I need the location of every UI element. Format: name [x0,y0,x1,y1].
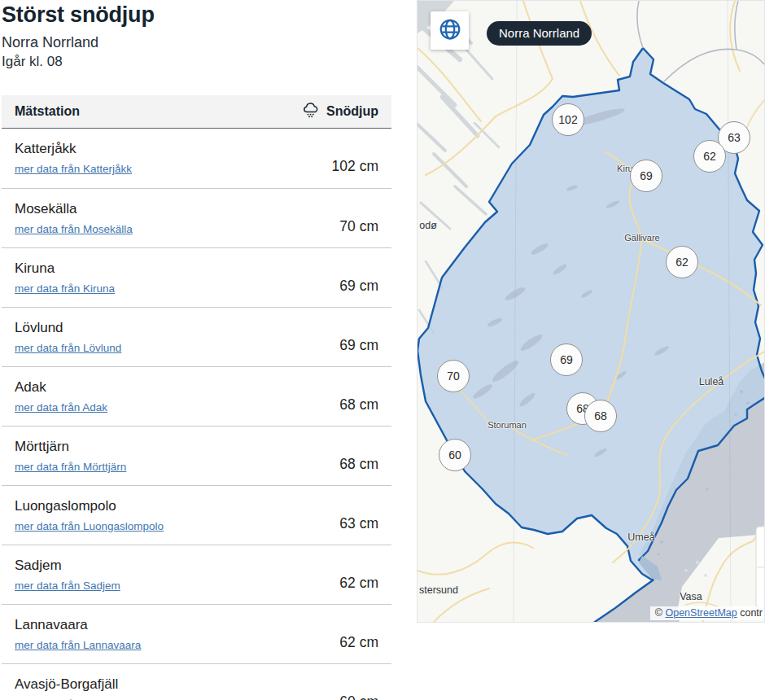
station-more-data-link[interactable]: mer data från Mosekälla [15,222,133,237]
value-column-header: Snödjup [302,101,378,122]
snow-depth-value: 68 cm [339,396,378,413]
snow-depth-value: 70 cm [339,218,378,235]
snow-depth-value: 68 cm [339,456,378,473]
table-row: Lannavaara mer data från Lannavaara 62 c… [2,604,391,663]
station-column-header: Mätstation [15,104,80,119]
region-name-pill: Norra Norrland [487,21,592,46]
station-name: Adak [15,378,107,396]
table-row: Avasjö-Borgafjäll mer data från Avasjö-B… [2,663,391,700]
table-header: Mätstation Snödjup [2,95,391,129]
snow-depth-value: 102 cm [332,158,378,175]
zoom-control[interactable] [756,527,765,608]
station-more-data-link[interactable]: mer data från Katterjåkk [15,162,132,177]
snow-depth-panel: Störst snödjup Norra Norrland Igår kl. 0… [2,0,391,700]
snow-depth-value: 69 cm [339,278,378,295]
station-more-data-link[interactable]: mer data från Lannavaara [15,638,141,653]
snow-cloud-icon [302,101,320,122]
attribution-copyright: © [655,607,666,619]
snow-depth-value: 62 cm [339,634,378,651]
snow-depth-marker[interactable]: 69 [550,343,583,376]
table-row: Adak mer data från Adak 68 cm [2,366,391,426]
station-more-data-link[interactable]: mer data från Mörttjärn [15,460,126,475]
page-title: Störst snödjup [2,2,391,28]
station-more-data-link[interactable]: mer data från Adak [15,400,107,415]
snow-depth-value: 63 cm [339,515,378,532]
snow-depth-value: 62 cm [339,575,378,592]
snow-depth-marker[interactable]: 68 [584,400,617,432]
table-row: Luongaslompolo mer data från Luongaslomp… [2,485,391,545]
globe-icon [438,17,462,44]
station-name: Avasjö-Borgafjäll [15,676,164,693]
station-name: Mörttjärn [15,438,126,456]
snow-depth-marker[interactable]: 62 [693,140,726,173]
table-row: Mosekälla mer data från Mosekälla 70 cm [2,188,391,247]
station-more-data-link[interactable]: mer data från Kiruna [15,282,115,296]
station-name: Mosekälla [15,200,133,218]
table-row: Lövlund mer data från Lövlund 69 cm [2,307,391,366]
snow-depth-marker[interactable]: 62 [666,246,698,278]
attribution-suffix: contr [737,607,763,619]
map-attribution: © OpenStreetMap contr [650,606,764,620]
station-table-body: Katterjåkk mer data från Katterjåkk 102 … [2,129,391,700]
region-map[interactable]: odøKirunaGällivareLuleåStorumanUmeåsters… [417,0,765,623]
table-row: Mörttjärn mer data från Mörttjärn 68 cm [2,426,391,485]
observation-time: Igår kl. 08 [2,53,391,70]
station-more-data-link[interactable]: mer data från Luongaslompolo [15,519,164,534]
station-name: Sadjem [15,557,120,575]
station-name: Kiruna [15,260,115,278]
snow-depth-marker[interactable]: 102 [552,103,584,136]
station-name: Katterjåkk [15,140,132,158]
station-name: Luongaslompolo [15,497,164,515]
region-subtitle: Norra Norrland [2,33,391,51]
station-more-data-link[interactable]: mer data från Lövlund [15,341,121,356]
value-column-label: Snödjup [326,104,378,119]
snow-depth-marker[interactable]: 70 [437,360,470,392]
globe-button[interactable] [431,11,469,50]
station-more-data-link[interactable]: mer data från Sadjem [15,579,120,593]
table-row: Kiruna mer data från Kiruna 69 cm [2,247,391,307]
table-row: Katterjåkk mer data från Katterjåkk 102 … [2,129,391,188]
snow-depth-value: 69 cm [339,337,378,354]
openstreetmap-link[interactable]: OpenStreetMap [665,607,737,619]
snow-depth-marker[interactable]: 60 [439,439,471,471]
snow-depth-marker[interactable]: 69 [630,160,662,192]
station-name: Lövlund [15,319,121,337]
station-name: Lannavaara [15,616,141,634]
table-row: Sadjem mer data från Sadjem 62 cm [2,545,391,604]
map-base-layer [417,1,765,623]
snow-depth-value: 60 cm [339,693,378,700]
